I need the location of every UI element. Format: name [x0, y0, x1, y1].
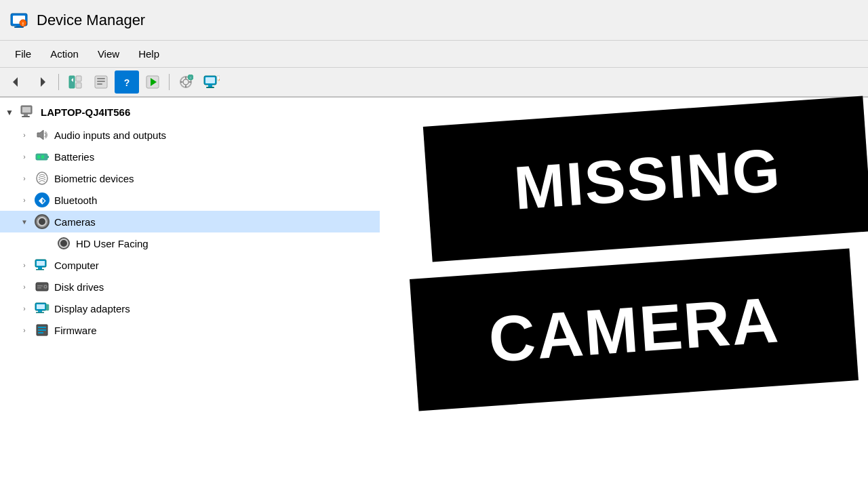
hd-camera-icon — [56, 235, 72, 251]
menu-view[interactable]: View — [88, 45, 129, 62]
disk-icon — [34, 279, 50, 295]
svg-text:↑: ↑ — [190, 76, 192, 80]
svg-rect-36 — [24, 114, 28, 116]
root-icon — [20, 103, 37, 121]
overlay-graphic: MISSING CAMERA — [407, 84, 868, 464]
svg-rect-13 — [97, 78, 105, 79]
svg-rect-61 — [38, 332, 43, 333]
cameras-icon — [34, 214, 50, 230]
batteries-chevron: › — [19, 151, 30, 162]
bluetooth-chevron: › — [19, 195, 30, 205]
computer-chevron: › — [19, 260, 30, 270]
main-content: ▼ LAPTOP-QJ4IT566 › Audio — [0, 98, 868, 488]
svg-rect-46 — [38, 267, 42, 269]
menu-file[interactable]: File — [5, 45, 41, 62]
svg-rect-37 — [22, 116, 30, 117]
properties-button[interactable] — [89, 70, 113, 94]
tree-item-computer[interactable]: › Computer — [0, 254, 380, 276]
back-button[interactable] — [4, 70, 28, 94]
svg-rect-30 — [208, 85, 212, 87]
scan-button[interactable]: ↑ — [174, 70, 198, 94]
svg-rect-47 — [36, 269, 44, 270]
svg-rect-60 — [38, 329, 46, 331]
bluetooth-icon: ⬖ — [34, 192, 50, 208]
biometric-icon — [34, 170, 50, 186]
display-label: Display adapters — [54, 303, 130, 314]
audio-icon — [34, 127, 50, 143]
svg-marker-38 — [37, 130, 43, 140]
cameras-label: Cameras — [54, 216, 96, 228]
display-chevron: › — [19, 303, 30, 314]
tree-item-display[interactable]: › Display adapters — [0, 298, 380, 319]
svg-rect-57 — [46, 304, 49, 310]
svg-rect-14 — [97, 81, 105, 82]
disk-label: Disk drives — [54, 281, 104, 293]
toolbar-separator-2 — [169, 74, 170, 90]
bluetooth-label: Bluetooth — [54, 195, 97, 206]
camera-text: CAMERA — [486, 283, 781, 377]
missing-bottom-banner: CAMERA — [410, 249, 859, 411]
tree-item-biometric[interactable]: › Biometric devices — [0, 167, 380, 189]
svg-rect-9 — [76, 76, 81, 81]
svg-marker-32 — [217, 76, 220, 80]
menu-help[interactable]: Help — [129, 45, 169, 62]
audio-label: Audio inputs and outputs — [54, 129, 166, 141]
toolbar-separator-1 — [58, 74, 59, 90]
svg-rect-35 — [22, 107, 31, 113]
tree-item-cameras[interactable]: ▼ Cameras — [0, 211, 380, 232]
update-button[interactable] — [140, 70, 165, 94]
toolbar: ? ↑ — [0, 68, 868, 98]
svg-rect-59 — [38, 327, 46, 328]
svg-rect-40 — [47, 156, 49, 158]
menu-bar: File Action View Help — [0, 41, 868, 68]
hd-camera-chevron — [41, 238, 52, 249]
svg-rect-42 — [41, 155, 44, 159]
root-chevron: ▼ — [3, 106, 16, 119]
firmware-icon — [34, 322, 50, 338]
menu-action[interactable]: Action — [41, 45, 88, 62]
batteries-label: Batteries — [54, 151, 94, 163]
tree-item-bluetooth[interactable]: › ⬖ Bluetooth — [0, 189, 380, 211]
svg-rect-8 — [69, 76, 75, 88]
window-title: Device Manager — [37, 12, 145, 29]
biometric-chevron: › — [19, 173, 30, 184]
help-button[interactable]: ? — [115, 70, 139, 94]
svg-rect-15 — [97, 83, 102, 85]
computer-icon — [34, 257, 50, 273]
svg-rect-52 — [37, 287, 41, 289]
app-icon: ! — [8, 9, 30, 31]
svg-rect-56 — [36, 312, 44, 314]
audio-chevron: › — [19, 129, 30, 140]
svg-rect-10 — [76, 83, 81, 88]
svg-rect-51 — [37, 285, 43, 287]
svg-rect-45 — [37, 261, 45, 266]
device-tree: ▼ LAPTOP-QJ4IT566 › Audio — [0, 98, 380, 488]
tree-item-audio[interactable]: › Audio inputs and outputs — [0, 124, 380, 146]
tree-item-hd-camera[interactable]: HD User Facing — [0, 232, 380, 254]
tree-item-batteries[interactable]: › Batteries — [0, 146, 380, 167]
svg-rect-31 — [206, 87, 214, 88]
svg-text:!: ! — [22, 22, 24, 26]
firmware-label: Firmware — [54, 325, 97, 336]
disk-chevron: › — [19, 281, 30, 292]
svg-point-21 — [183, 79, 189, 85]
cameras-chevron: ▼ — [19, 216, 30, 227]
show-hide-button[interactable] — [63, 70, 87, 94]
svg-marker-6 — [13, 77, 18, 87]
tree-item-disk[interactable]: › Disk drives — [0, 276, 380, 298]
missing-top-banner: MISSING — [423, 96, 868, 262]
forward-button[interactable] — [30, 70, 54, 94]
svg-rect-29 — [205, 77, 215, 83]
root-label: LAPTOP-QJ4IT566 — [41, 106, 130, 118]
svg-point-50 — [45, 286, 46, 287]
firmware-chevron: › — [19, 325, 30, 336]
svg-marker-7 — [41, 77, 45, 87]
tree-item-firmware[interactable]: › Firmware — [0, 319, 380, 341]
hd-camera-label: HD User Facing — [76, 238, 149, 249]
svg-text:?: ? — [124, 77, 130, 88]
title-bar: ! Device Manager — [0, 0, 868, 41]
display-icon — [34, 300, 50, 317]
svg-rect-54 — [37, 304, 45, 309]
monitor-button[interactable] — [199, 70, 224, 94]
tree-root[interactable]: ▼ LAPTOP-QJ4IT566 — [0, 100, 380, 124]
